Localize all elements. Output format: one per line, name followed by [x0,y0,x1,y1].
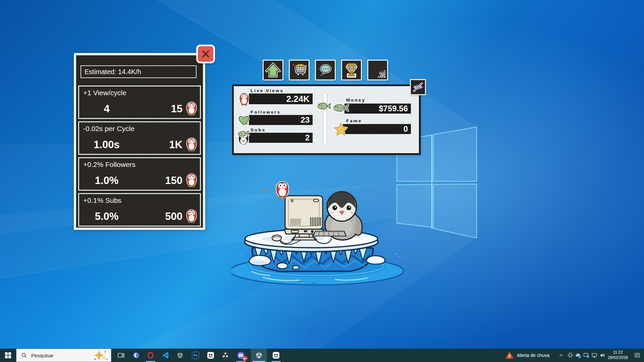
copilot-sparkles-icon [93,350,108,360]
stats-slider-track[interactable] [323,92,327,146]
stat-label: Followers [251,110,281,115]
capcut-icon [272,351,280,359]
upgrade-views-button[interactable]: +1 View/cycle 4 15 [78,85,201,119]
taskbar-app-copilot[interactable] [129,349,144,362]
shopping-cart-icon [291,62,307,78]
chat-button[interactable] [315,60,336,80]
upgrade-current-value: 5.0% [93,210,121,223]
tray-expand-button[interactable] [557,349,566,362]
taskbar-app-unity[interactable] [173,349,187,362]
taskbar-app-photoshop[interactable]: Ps [188,349,203,362]
onedrive-tray-button[interactable] [574,349,582,362]
upgrade-effect-label: +1 View/cycle [83,89,126,97]
taskbar-app-capcut[interactable] [203,349,218,362]
upgrade-cost: 500 [165,210,182,223]
eye-slash-icon [412,81,424,93]
photoshop-icon: Ps [192,351,200,359]
task-view-button[interactable] [113,349,129,362]
close-panel-button[interactable] [196,45,215,63]
taskbar-clock[interactable]: 11:22 26/02/2026 [606,349,630,362]
clock-date: 26/02/2026 [608,355,628,361]
clock-time: 11:22 [613,350,623,355]
chevron-up-icon [558,353,564,358]
achievements-button[interactable] [341,60,362,80]
stat-value: $759.56 [379,104,408,113]
stat-label: Subs [251,127,266,132]
stat-label: Fame [346,118,362,123]
upgrade-effect-label: -0.02s per Cycle [83,125,135,133]
green-heart-icon [237,114,250,127]
unity-icon [176,351,184,359]
capcut-icon [207,351,215,359]
shop-button[interactable] [289,60,310,80]
weather-alert-label: Alerta de chuva [517,353,549,358]
followers-bar: 23 [249,115,313,125]
gold-star-icon [334,122,348,136]
chat-bubble-icon [318,62,333,78]
stat-value: 2 [305,133,310,142]
hide-ui-button[interactable] [410,79,426,95]
search-input[interactable]: Pesquisar [16,349,111,362]
phone-link-icon [567,352,574,359]
upgrade-cost: 15 [171,103,182,115]
taskbar-app-capcut-2[interactable] [269,349,283,362]
speaker-icon [599,352,606,359]
action-center-icon [634,352,641,359]
close-x-icon [200,48,211,60]
taskbar-app-opera-gx[interactable] [143,349,158,362]
stat-label: Money [346,98,366,103]
upgrades-button[interactable] [263,60,283,80]
live-views-bar: 2.24K [249,94,313,104]
upgrade-effect-label: +0.2% Followers [83,161,136,169]
vscode-icon [161,351,169,359]
upgrade-effect-label: +0.1% Subs [83,196,121,204]
gear-icon [370,62,385,78]
upgrade-current-value: 1.00s [93,139,121,151]
upgrade-current-value: 1.0% [93,175,121,187]
stat-label: Live Views [251,88,284,93]
penguin-currency-icon [185,173,198,187]
trophy-icon [344,62,359,78]
network-tray-button[interactable] [590,349,598,362]
upgrade-subs-button[interactable]: +0.1% Subs 5.0% 500 [78,193,201,227]
sync-device-icon [583,352,590,359]
upgrade-cost: 1K [169,139,182,151]
onedrive-cloud-icon [575,352,582,359]
search-placeholder: Pesquisar [31,353,54,358]
action-center-button[interactable] [631,349,644,362]
penguin-currency-icon [185,102,198,116]
obs-studio-icon [221,351,229,359]
penguin-currency-icon [185,137,198,152]
start-button[interactable] [0,349,16,362]
taskbar-app-vscode[interactable] [158,349,173,362]
settings-button[interactable] [367,60,388,80]
unity-icon [255,351,263,360]
phone-link-tray-button[interactable] [566,349,574,362]
sync-tray-button[interactable] [582,349,590,362]
taskbar: Pesquisar [0,349,644,362]
taskbar-app-unity-active[interactable] [251,349,267,362]
opera-gx-icon [147,351,155,359]
weather-alert-button[interactable]: Alerta de chuva [503,349,557,362]
volume-tray-button[interactable] [598,349,606,362]
fame-bar: 0 [343,124,411,134]
stat-value: 23 [301,115,310,125]
rain-warning-icon [505,351,514,359]
penguin-fish-hat-icon [236,130,251,145]
upgrade-followers-button[interactable]: +0.2% Followers 1.0% 150 [78,157,201,191]
upgrade-cycle-speed-button[interactable]: -0.02s per Cycle 1.00s 1K [78,121,201,155]
svg-text:Ps: Ps [194,353,198,357]
taskbar-app-obs[interactable] [218,349,233,362]
money-bar: $759.56 [344,104,411,114]
green-fish-icon [332,103,350,113]
gain-penguin-icon [277,182,288,198]
stats-panel: Live Views 2.24K Followers 23 Subs 2 Mon… [232,84,421,155]
fish-slider-thumb[interactable] [316,102,332,111]
taskbar-app-discord[interactable]: 9+ [233,349,248,362]
estimated-rate: Estimated: 14.4K/h [80,65,197,78]
penguin-red-icon [238,93,250,106]
up-arrow-icon [265,62,281,78]
windows-logo-icon [5,352,11,358]
keyboard [313,231,346,236]
estimated-rate-label: Estimated: 14.4K/h [85,68,141,76]
